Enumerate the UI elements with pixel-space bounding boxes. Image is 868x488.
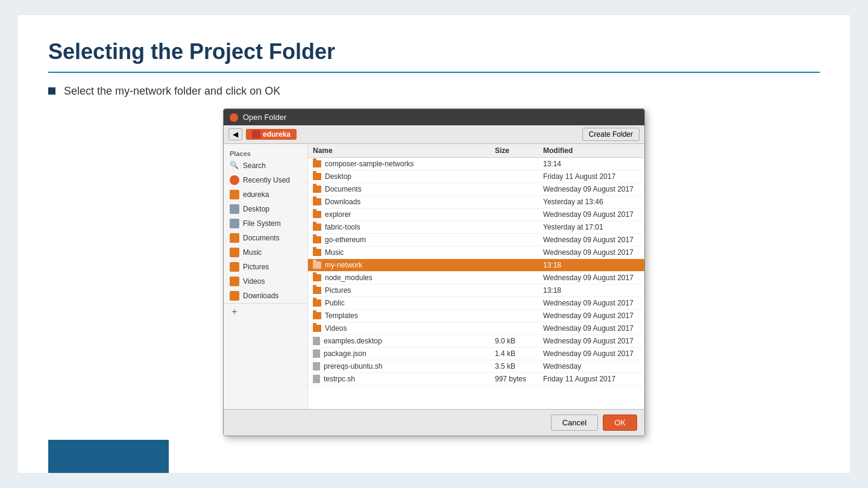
folder-icon (230, 248, 239, 257)
file-name: go-ethereum (325, 236, 366, 244)
table-row[interactable]: examples.desktop9.0 kBWednesday 09 Augus… (308, 335, 644, 348)
file-modified: Wednesday 09 August 2017 (543, 299, 640, 307)
file-size: 1.4 kB (495, 349, 543, 358)
recently-used-icon (230, 175, 239, 185)
column-size: Size (495, 146, 543, 155)
file-name: examples.desktop (324, 337, 382, 345)
table-row[interactable]: MusicWednesday 09 August 2017 (308, 246, 644, 259)
close-icon[interactable] (230, 113, 238, 122)
file-modified: 13:18 (543, 261, 640, 269)
sidebar-label: Pictures (243, 263, 269, 271)
file-modified: Wednesday 09 August 2017 (543, 337, 640, 345)
sidebar-item-videos[interactable]: Videos (224, 274, 307, 289)
file-modified: Wednesday 09 August 2017 (543, 185, 640, 193)
file-name: explorer (325, 210, 351, 219)
table-row[interactable]: prereqs-ubuntu.sh3.5 kBWednesday (308, 360, 644, 373)
table-row[interactable]: Pictures13:18 (308, 284, 644, 297)
location-label: edureka (263, 130, 291, 139)
file-list: composer-sample-networks13:14DesktopFrid… (308, 158, 644, 386)
cancel-button[interactable]: Cancel (551, 414, 598, 431)
sidebar-label: Search (243, 161, 266, 170)
file-size: 3.5 kB (495, 362, 543, 371)
file-name: package.json (324, 349, 366, 358)
file-modified: Wednesday 09 August 2017 (543, 248, 640, 257)
file-name: my-network (325, 261, 362, 269)
sidebar-add-area: ＋ (224, 303, 307, 319)
folder-icon (313, 261, 321, 269)
folder-icon (230, 291, 239, 301)
column-name: Name (313, 146, 495, 155)
folder-icon (313, 186, 321, 193)
file-name: Documents (325, 185, 362, 193)
title-divider (48, 72, 820, 73)
file-modified: Yesterday at 13:46 (543, 198, 640, 206)
table-row[interactable]: composer-sample-networks13:14 (308, 158, 644, 170)
table-row[interactable]: go-ethereumWednesday 09 August 2017 (308, 234, 644, 246)
table-row[interactable]: VideosWednesday 09 August 2017 (308, 322, 644, 335)
table-row[interactable]: package.json1.4 kBWednesday 09 August 20… (308, 348, 644, 360)
back-button[interactable]: ◀ (228, 128, 242, 140)
dialog-titlebar: Open Folder (224, 109, 644, 125)
file-icon (313, 349, 320, 358)
sidebar-item-search[interactable]: 🔍 Search (224, 158, 307, 173)
table-row[interactable]: DesktopFriday 11 August 2017 (308, 170, 644, 183)
folder-icon (313, 236, 321, 243)
folder-icon (230, 190, 239, 199)
folder-icon (230, 219, 239, 228)
sidebar-label: Music (243, 248, 262, 257)
search-icon: 🔍 (230, 161, 239, 170)
file-name: Pictures (325, 286, 351, 295)
file-modified: Wednesday 09 August 2017 (543, 324, 640, 333)
sidebar-label: Recently Used (243, 176, 290, 184)
folder-icon (313, 224, 321, 231)
table-row[interactable]: DocumentsWednesday 09 August 2017 (308, 183, 644, 196)
create-folder-button[interactable]: Create Folder (582, 128, 640, 141)
table-row[interactable]: testrpc.sh997 bytesFriday 11 August 2017 (308, 373, 644, 386)
folder-icon (230, 277, 239, 286)
sidebar-item-pictures[interactable]: Pictures (224, 260, 307, 274)
sidebar: Places 🔍 Search Recently Used edureka (224, 144, 308, 409)
folder-icon (313, 160, 321, 167)
sidebar-item-desktop[interactable]: Desktop (224, 202, 307, 216)
file-name: node_modules (325, 274, 373, 282)
table-row[interactable]: TemplatesWednesday 09 August 2017 (308, 310, 644, 322)
sidebar-label: Downloads (243, 292, 278, 300)
file-modified: Wednesday 09 August 2017 (543, 311, 640, 320)
ok-button[interactable]: OK (603, 414, 637, 431)
sidebar-item-edureka[interactable]: edureka (224, 187, 307, 202)
bullet-item: Select the my-network folder and click o… (48, 85, 820, 98)
column-modified: Modified (543, 146, 640, 155)
dialog-footer: Cancel OK (224, 409, 644, 436)
sidebar-label: Documents (243, 234, 280, 242)
file-modified: Friday 11 August 2017 (543, 375, 640, 383)
file-name: testrpc.sh (324, 375, 355, 383)
file-modified: Yesterday at 17:01 (543, 223, 640, 231)
file-name: composer-sample-networks (325, 160, 414, 168)
file-icon (313, 362, 320, 371)
dialog-toolbar: ◀ edureka Create Folder (224, 125, 644, 144)
sidebar-item-documents[interactable]: Documents (224, 231, 307, 245)
sidebar-item-downloads[interactable]: Downloads (224, 289, 307, 303)
file-name: Downloads (325, 198, 360, 206)
file-modified: Wednesday 09 August 2017 (543, 274, 640, 282)
bullet-text: Select the my-network folder and click o… (64, 85, 280, 98)
sidebar-item-filesystem[interactable]: File System (224, 216, 307, 231)
file-name: Videos (325, 324, 347, 333)
file-modified: Friday 11 August 2017 (543, 172, 640, 181)
folder-icon (313, 198, 321, 205)
table-row[interactable]: my-network13:18 (308, 259, 644, 272)
location-icon (252, 130, 260, 139)
table-row[interactable]: DownloadsYesterday at 13:46 (308, 196, 644, 208)
sidebar-item-recently-used[interactable]: Recently Used (224, 173, 307, 187)
folder-icon (230, 233, 239, 243)
bullet-icon (48, 87, 55, 95)
add-location-button[interactable]: ＋ (230, 306, 239, 316)
slide: Selecting the Project Folder Select the … (18, 15, 850, 473)
table-row[interactable]: node_modulesWednesday 09 August 2017 (308, 272, 644, 284)
folder-icon (313, 312, 321, 319)
sidebar-item-music[interactable]: Music (224, 245, 307, 260)
file-size: 997 bytes (495, 375, 543, 383)
table-row[interactable]: fabric-toolsYesterday at 17:01 (308, 221, 644, 234)
table-row[interactable]: explorerWednesday 09 August 2017 (308, 208, 644, 221)
table-row[interactable]: PublicWednesday 09 August 2017 (308, 297, 644, 310)
